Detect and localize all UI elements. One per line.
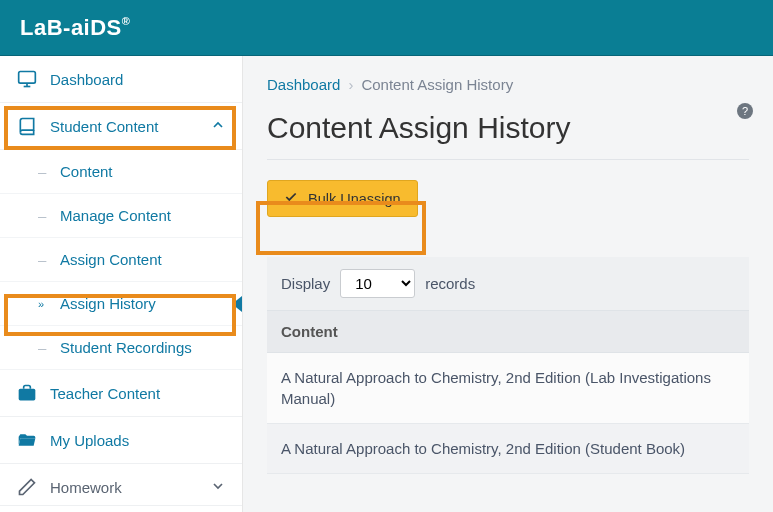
sidebar-item-student-recordings[interactable]: – Student Recordings bbox=[0, 326, 242, 370]
sidebar-item-label: Student Recordings bbox=[60, 339, 226, 356]
sidebar-item-manage-content[interactable]: – Manage Content bbox=[0, 194, 242, 238]
monitor-icon bbox=[16, 69, 38, 89]
breadcrumb: Dashboard › Content Assign History bbox=[267, 76, 749, 93]
dash-icon: – bbox=[38, 339, 48, 356]
chevron-right-icon: › bbox=[348, 76, 353, 93]
brand-logo: LaB-aiDS® bbox=[20, 15, 130, 41]
sidebar-item-assign-history[interactable]: » Assign History bbox=[0, 282, 242, 326]
sidebar-item-label: Student Content bbox=[50, 118, 198, 135]
table-column-header: Content bbox=[267, 311, 749, 353]
bulk-unassign-button[interactable]: Bulk Unassign bbox=[267, 180, 418, 217]
sidebar-item-label: Dashboard bbox=[50, 71, 226, 88]
sidebar-item-label: Assign Content bbox=[60, 251, 226, 268]
sidebar-item-content[interactable]: – Content bbox=[0, 150, 242, 194]
sidebar-item-my-uploads[interactable]: My Uploads bbox=[0, 417, 242, 464]
sidebar: Dashboard Student Content – Content bbox=[0, 56, 243, 512]
sidebar-item-student-content[interactable]: Student Content bbox=[0, 103, 242, 150]
dash-icon: – bbox=[38, 163, 48, 180]
sidebar-item-label: Manage Content bbox=[60, 207, 226, 224]
breadcrumb-current: Content Assign History bbox=[361, 76, 513, 93]
sidebar-item-dashboard[interactable]: Dashboard bbox=[0, 56, 242, 103]
content-area: Dashboard › Content Assign History Conte… bbox=[243, 56, 773, 512]
svg-rect-0 bbox=[19, 72, 36, 84]
check-icon bbox=[284, 190, 298, 207]
folder-open-icon bbox=[16, 430, 38, 450]
dash-icon: – bbox=[38, 207, 48, 224]
pencil-icon bbox=[16, 477, 38, 497]
sidebar-item-label: Assign History bbox=[60, 295, 226, 312]
records-table: Display 10 records Content A Natural App… bbox=[267, 257, 749, 474]
topbar: LaB-aiDS® bbox=[0, 0, 773, 56]
book-icon bbox=[16, 116, 38, 136]
sidebar-item-label: Teacher Content bbox=[50, 385, 226, 402]
table-row[interactable]: A Natural Approach to Chemistry, 2nd Edi… bbox=[267, 353, 749, 424]
button-label: Bulk Unassign bbox=[308, 191, 401, 207]
help-icon[interactable]: ? bbox=[737, 103, 753, 119]
sidebar-item-teacher-content[interactable]: Teacher Content bbox=[0, 370, 242, 417]
dash-icon: – bbox=[38, 251, 48, 268]
breadcrumb-root[interactable]: Dashboard bbox=[267, 76, 340, 93]
records-label: records bbox=[425, 275, 475, 292]
chevron-down-icon bbox=[210, 478, 226, 497]
table-display-control: Display 10 records bbox=[267, 257, 749, 311]
sidebar-item-label: My Uploads bbox=[50, 432, 226, 449]
chevron-up-icon bbox=[210, 117, 226, 136]
table-row[interactable]: A Natural Approach to Chemistry, 2nd Edi… bbox=[267, 424, 749, 474]
svg-rect-3 bbox=[19, 389, 36, 401]
page-size-select[interactable]: 10 bbox=[340, 269, 415, 298]
display-label: Display bbox=[281, 275, 330, 292]
sidebar-item-label: Homework bbox=[50, 479, 198, 496]
page-title: Content Assign History bbox=[267, 111, 570, 145]
sidebar-item-assign-content[interactable]: – Assign Content bbox=[0, 238, 242, 282]
briefcase-icon bbox=[16, 383, 38, 403]
sidebar-item-homework[interactable]: Homework bbox=[0, 464, 242, 506]
sidebar-item-label: Content bbox=[60, 163, 226, 180]
divider bbox=[267, 159, 749, 160]
chevron-right-icon: » bbox=[38, 298, 48, 310]
